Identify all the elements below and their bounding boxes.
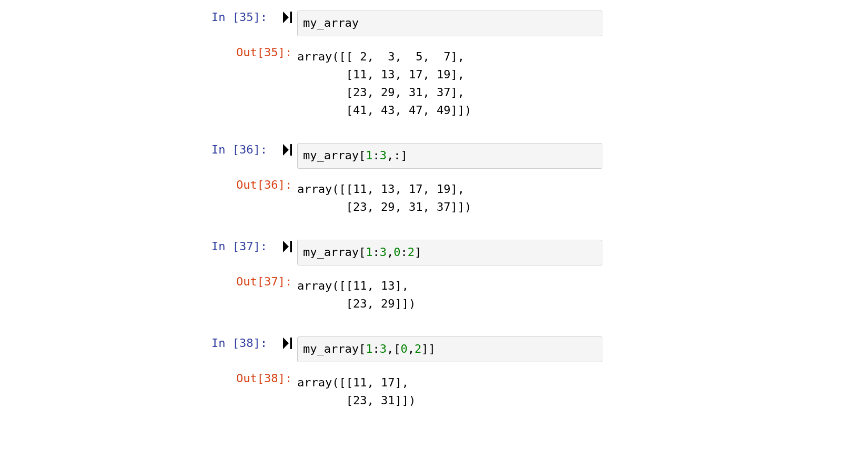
code-number-token: 1 <box>366 149 372 162</box>
notebook-container: In [35]:my_arrayOut[35]:array([[ 2, 3, 5… <box>0 11 868 410</box>
code-cell: In [37]:my_array[1:3,0:2]Out[37]:array([… <box>0 240 868 313</box>
input-prompt: In [37]: <box>211 240 283 253</box>
code-number-token: 3 <box>380 342 387 355</box>
output-prompt-area: Out[35]: <box>0 46 297 59</box>
run-cell-icon[interactable] <box>283 12 292 23</box>
code-cell: In [35]:my_arrayOut[35]:array([[ 2, 3, 5… <box>0 11 868 119</box>
input-row: In [35]:my_array <box>0 11 868 36</box>
output-prompt-area: Out[36]: <box>0 178 297 191</box>
code-token: my_array[ <box>303 246 366 259</box>
code-token: ,:] <box>387 149 408 162</box>
run-cell-icon[interactable] <box>283 144 292 156</box>
code-number-token: 0 <box>400 342 407 355</box>
output-text: array([[11, 13, 17, 19], [23, 29, 31, 37… <box>297 178 471 216</box>
input-prompt-area: In [38]: <box>0 336 297 350</box>
input-prompt-area: In [37]: <box>0 240 297 253</box>
code-input[interactable]: my_array[1:3,:] <box>297 143 602 169</box>
code-number-token: 3 <box>380 246 387 259</box>
code-token: ,[ <box>387 342 401 355</box>
code-input[interactable]: my_array[1:3,[0,2]] <box>297 336 602 362</box>
code-token: : <box>372 342 379 355</box>
svg-rect-1 <box>290 144 292 156</box>
code-token: : <box>400 246 407 259</box>
code-number-token: 2 <box>415 342 421 355</box>
run-cell-icon[interactable] <box>283 241 292 252</box>
input-prompt: In [38]: <box>211 336 283 350</box>
code-input[interactable]: my_array <box>297 11 602 36</box>
code-number-token: 2 <box>408 246 415 259</box>
output-row: Out[35]:array([[ 2, 3, 5, 7], [11, 13, 1… <box>0 46 868 119</box>
input-prompt-area: In [35]: <box>0 11 297 24</box>
output-text: array([[11, 17], [23, 31]]) <box>297 372 416 410</box>
svg-rect-0 <box>290 12 292 23</box>
input-prompt: In [36]: <box>211 143 283 156</box>
input-row: In [36]:my_array[1:3,:] <box>0 143 868 169</box>
code-cell: In [38]:my_array[1:3,[0,2]]Out[38]:array… <box>0 336 868 410</box>
run-cell-icon[interactable] <box>283 338 292 349</box>
code-number-token: 1 <box>366 342 372 355</box>
output-row: Out[38]:array([[11, 17], [23, 31]]) <box>0 372 868 410</box>
code-token: my_array[ <box>303 149 366 162</box>
svg-rect-3 <box>290 338 292 349</box>
code-number-token: 0 <box>393 246 400 259</box>
output-prompt: Out[38]: <box>236 372 292 385</box>
code-number-token: 1 <box>366 246 372 259</box>
input-row: In [37]:my_array[1:3,0:2] <box>0 240 868 265</box>
code-token: my_array <box>303 16 359 29</box>
output-prompt: Out[35]: <box>236 46 292 59</box>
svg-rect-2 <box>290 241 292 252</box>
code-token: my_array[ <box>303 342 366 355</box>
code-token: ] <box>415 246 421 259</box>
code-cell: In [36]:my_array[1:3,:]Out[36]:array([[1… <box>0 143 868 216</box>
output-prompt: Out[37]: <box>236 275 292 288</box>
code-token: , <box>387 246 393 259</box>
input-row: In [38]:my_array[1:3,[0,2]] <box>0 336 868 362</box>
output-text: array([[ 2, 3, 5, 7], [11, 13, 17, 19], … <box>297 46 471 119</box>
output-prompt-area: Out[38]: <box>0 372 297 385</box>
input-prompt-area: In [36]: <box>0 143 297 156</box>
output-row: Out[37]:array([[11, 13], [23, 29]]) <box>0 275 868 313</box>
output-text: array([[11, 13], [23, 29]]) <box>297 275 416 313</box>
output-row: Out[36]:array([[11, 13, 17, 19], [23, 29… <box>0 178 868 216</box>
input-prompt: In [35]: <box>211 11 283 24</box>
code-input[interactable]: my_array[1:3,0:2] <box>297 240 602 265</box>
code-token: : <box>372 149 379 162</box>
output-prompt-area: Out[37]: <box>0 275 297 288</box>
code-token: : <box>372 246 379 259</box>
code-number-token: 3 <box>380 149 387 162</box>
code-token: , <box>408 342 415 355</box>
code-token: ]] <box>421 342 436 355</box>
output-prompt: Out[36]: <box>236 178 292 191</box>
